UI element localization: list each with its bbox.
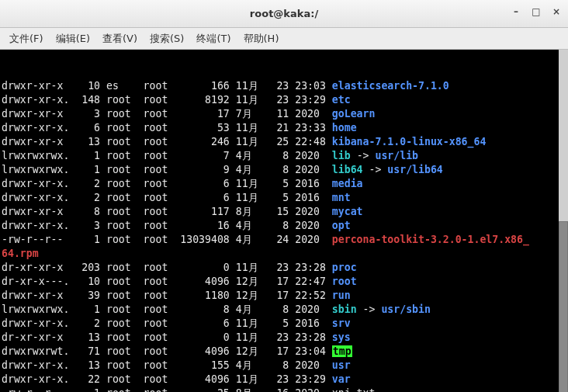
filename: home [332,122,357,134]
menu-edit[interactable]: 编辑(E) [50,30,96,47]
listing-row: drwxr-xr-x. 3 root root 16 4月 8 2020 opt [2,219,566,233]
menu-search[interactable]: 搜索(S) [144,30,190,47]
listing-row: drwxr-xr-x. 2 root root 6 11月 5 2016 mnt [2,191,566,205]
scrollbar-thumb[interactable] [559,221,568,393]
menu-view[interactable]: 查看(V) [96,30,144,47]
filename: lib64 [332,164,363,175]
listing-row: -rw-r--r-- 1 root root 25 8月 16 2020 xnj… [2,387,566,392]
filename: sys [332,331,351,343]
listing-row: dr-xr-x---. 10 root root 4096 12月 17 22:… [2,275,566,289]
window-title: root@kaka:/ [250,8,318,19]
filename: kibana-7.1.0-linux-x86_64 [332,136,487,147]
listing-row: lrwxrwxrwx. 1 root root 7 4月 8 2020 lib … [2,149,566,163]
window-controls: – □ × [509,5,563,19]
filename: sbin [332,304,357,315]
close-button[interactable]: × [549,5,563,19]
filename: elasticsearch-7.1.0 [332,80,449,92]
listing-row: dr-xr-xr-x 203 root root 0 11月 23 23:28 … [2,261,566,275]
listing-row: drwxr-xr-x 39 root root 1180 12月 17 22:5… [2,289,566,303]
listing-row: lrwxrwxrwx. 1 root root 8 4月 8 2020 sbin… [2,303,566,317]
filename: srv [332,317,351,329]
listing-row: drwxr-xr-x 10 es root 166 11月 23 23:03 e… [2,79,566,93]
listing-row: drwxr-xr-x. 2 root root 6 11月 5 2016 srv [2,317,566,331]
filename: lib [332,150,351,161]
menubar: 文件(F) 编辑(E) 查看(V) 搜索(S) 终端(T) 帮助(H) [0,28,568,50]
listing-row: drwxr-xr-x 8 root root 117 8月 15 2020 my… [2,205,566,219]
listing-row: drwxr-xr-x 3 root root 17 7月 11 2020 goL… [2,107,566,121]
listing-row: lrwxrwxrwx. 1 root root 9 4月 8 2020 lib6… [2,163,566,177]
filename: root [332,276,357,287]
filename: xnj.txt [332,387,376,392]
listing-row: drwxr-xr-x. 22 root root 4096 11月 23 23:… [2,373,566,387]
menu-terminal[interactable]: 终端(T) [190,30,237,47]
menu-help[interactable]: 帮助(H) [237,30,286,47]
filename: percona-toolkit-3.2.0-1.el7.x86_ [332,234,529,245]
filename: proc [332,262,357,273]
terminal[interactable]: drwxr-xr-x 10 es root 166 11月 23 23:03 e… [0,50,568,392]
filename: var [332,373,351,385]
listing-row: drwxr-xr-x. 6 root root 53 11月 21 23:33 … [2,121,566,135]
listing-row: -rw-r--r-- 1 root root 13039408 4月 24 20… [2,233,566,247]
symlink-target: usr/lib64 [387,164,442,175]
symlink-target: usr/lib [375,150,418,161]
listing-row: drwxr-xr-x. 2 root root 6 11月 5 2016 med… [2,177,566,191]
listing-row: dr-xr-xr-x 13 root root 0 11月 23 23:28 s… [2,331,566,345]
symlink-target: usr/sbin [381,304,431,315]
filename: etc [332,94,351,106]
filename: usr [332,359,351,371]
scrollbar[interactable] [559,50,568,392]
listing-row: drwxrwxrwt. 71 root root 4096 12月 17 23:… [2,345,566,359]
menu-file[interactable]: 文件(F) [3,30,50,47]
filename: mycat [332,206,363,217]
filename: run [332,290,351,301]
titlebar[interactable]: root@kaka:/ – □ × [0,0,568,28]
filename: media [332,178,363,189]
filename: mnt [332,192,351,203]
listing-row-wrap: 64.rpm [2,247,566,261]
filename: goLearn [332,108,376,120]
filename: tmp [332,345,352,357]
listing-row: drwxr-xr-x. 13 root root 155 4月 8 2020 u… [2,359,566,373]
listing-row: drwxr-xr-x. 148 root root 8192 11月 23 23… [2,93,566,107]
listing-row: drwxr-xr-x 13 root root 246 11月 25 22:48… [2,135,566,149]
maximize-button[interactable]: □ [529,5,543,19]
minimize-button[interactable]: – [509,5,523,19]
filename: opt [332,220,351,231]
